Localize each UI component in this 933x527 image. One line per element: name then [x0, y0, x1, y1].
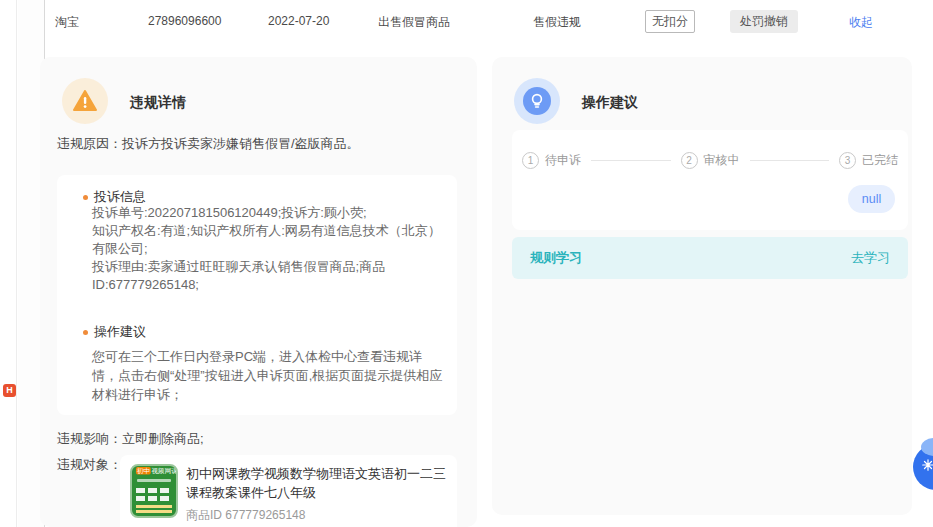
violation-impact: 违规影响：立即删除商品;: [57, 430, 204, 448]
step-label: 审核中: [704, 152, 740, 169]
appeal-steps: 1 待申诉 2 审核中 3 已完结: [522, 152, 898, 169]
summary-platform: 淘宝: [55, 14, 79, 31]
extension-float-badge[interactable]: H: [3, 384, 16, 397]
complaint-info-body: 投诉单号:202207181506120449;投诉方:顾小荧; 知识产权名:有…: [92, 204, 448, 294]
rule-learning-title: 规则学习: [530, 249, 582, 267]
bullet-icon: [83, 195, 88, 200]
step-label: 待申诉: [545, 152, 581, 169]
step-label: 已完结: [862, 152, 898, 169]
violation-detail-panel: 违规详情 违规原因：投诉方投诉卖家涉嫌销售假冒/盗版商品。 投诉信息 投诉单号:…: [40, 57, 477, 527]
step-number: 3: [839, 152, 856, 169]
step-connector: [591, 160, 671, 161]
thumbnail-badges: [136, 496, 172, 501]
mascot-head-shape: [921, 438, 933, 456]
complaint-line: 投诉理由:卖家通过旺旺聊天承认销售假冒商品;商品ID:677779265148;: [92, 258, 448, 294]
product-thumbnail: 初中视频网课: [130, 464, 178, 518]
step-pending-appeal: 1 待申诉: [522, 152, 581, 169]
thumbnail-badges: [136, 488, 172, 493]
penalty-status-badge: 处罚撤销: [730, 10, 798, 33]
summary-violation-type: 出售假冒商品: [378, 14, 450, 31]
lightbulb-icon-inner: [523, 87, 551, 115]
complaint-line: 知识产权名:有道;知识产权所有人:网易有道信息技术（北京）有限公司;: [92, 222, 448, 258]
suggestion-title: 操作建议: [83, 323, 146, 341]
violation-target-label: 违规对象：: [57, 456, 122, 474]
product-card[interactable]: 初中视频网课 初中网课教学视频数学物理语文英语初一二三课程教案课件七八年级 商品…: [120, 455, 457, 527]
step-number: 2: [681, 152, 698, 169]
warning-icon: [62, 78, 108, 124]
step-number: 1: [522, 152, 539, 169]
go-learn-link[interactable]: 去学习: [851, 249, 890, 267]
step-connector: [750, 160, 830, 161]
thumbnail-caption: 初中视频网课: [136, 467, 172, 475]
action-suggestion-title: 操作建议: [582, 94, 638, 112]
rule-learning-banner: 规则学习 去学习: [512, 237, 908, 279]
complaint-card: 投诉信息 投诉单号:202207181506120449;投诉方:顾小荧; 知识…: [57, 175, 457, 415]
service-mascot-icon: [921, 458, 933, 475]
action-suggestion-panel: 操作建议 1 待申诉 2 审核中 3 已完结 null: [492, 57, 912, 515]
collapse-link[interactable]: 收起: [849, 14, 873, 31]
summary-date: 2022-07-20: [268, 14, 329, 28]
summary-record-id: 27896096600: [148, 14, 221, 28]
violation-detail-page: H 淘宝 27896096600 2022-07-20 出售假冒商品 售假违规 …: [0, 0, 933, 527]
appeal-action-button[interactable]: null: [848, 185, 895, 213]
summary-violation-category: 售假违规: [533, 14, 581, 31]
suggestion-title-text: 操作建议: [94, 323, 146, 341]
points-tag: 无扣分: [645, 10, 695, 33]
thumbnail-footer-text: [136, 505, 172, 513]
product-title: 初中网课教学视频数学物理语文英语初一二三课程教案课件七八年级: [186, 464, 448, 502]
step-completed: 3 已完结: [839, 152, 898, 169]
step-under-review: 2 审核中: [681, 152, 740, 169]
left-rail: [0, 0, 17, 527]
customer-service-float-button[interactable]: [913, 444, 933, 490]
thumbnail-subline: [137, 479, 171, 482]
bullet-icon: [83, 330, 88, 335]
complaint-line: 投诉单号:202207181506120449;投诉方:顾小荧;: [92, 204, 448, 222]
violation-reason: 违规原因：投诉方投诉卖家涉嫌销售假冒/盗版商品。: [57, 135, 469, 153]
suggestion-body: 您可在三个工作日内登录PC端，进入体检中心查看违规详情，点击右侧“处理”按钮进入…: [92, 347, 448, 404]
appeal-steps-card: 1 待申诉 2 审核中 3 已完结 null: [512, 130, 908, 230]
violation-detail-title: 违规详情: [130, 94, 186, 112]
lightbulb-icon: [514, 78, 560, 124]
product-id: 商品ID 677779265148: [186, 507, 305, 524]
